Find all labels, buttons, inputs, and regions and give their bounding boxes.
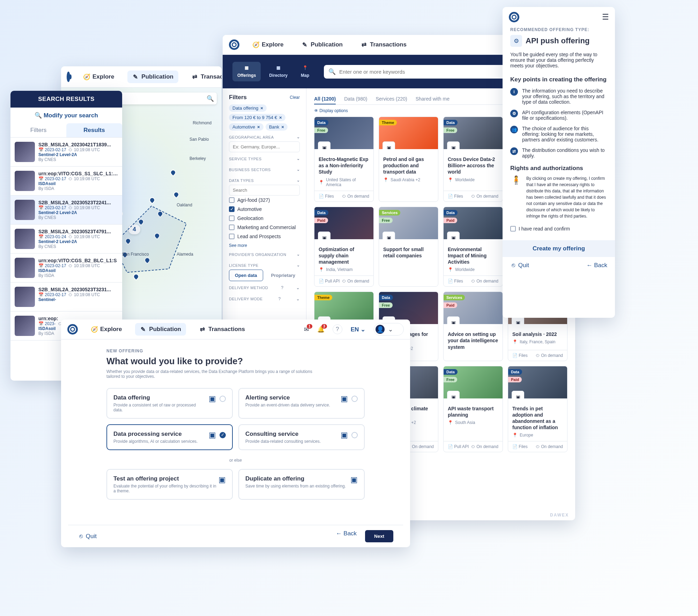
datatype-option[interactable]: Agri-food (327) (229, 196, 300, 205)
location-icon (319, 180, 324, 185)
location-icon (383, 177, 388, 182)
tab-data[interactable]: Data (980) (344, 94, 367, 104)
offering-card[interactable]: Data Paid ▣ Optimization of supply chain… (314, 207, 374, 287)
license-open[interactable]: Open data (229, 270, 263, 281)
offering-card[interactable]: Data Free ▣ API waste transport planning… (443, 366, 503, 453)
chip-remove-icon[interactable]: × (279, 115, 282, 120)
filter-chip[interactable]: Data offering× (229, 104, 267, 112)
offering-extra-card[interactable]: Test an offering projectEvaluate the pot… (106, 469, 233, 500)
offering-card[interactable]: Theme ▣ Petrol and oil gas production an… (379, 117, 438, 202)
sr-tab-results[interactable]: Results (66, 123, 122, 137)
hero-tab-map[interactable]: Map (296, 62, 314, 81)
nav-publication[interactable]: Publication (135, 323, 186, 336)
tab-all[interactable]: All (1200) (314, 94, 336, 104)
offering-type-card[interactable]: Alerting serviceProvide an event-driven … (238, 388, 365, 419)
nav-transactions[interactable]: Transactions (187, 71, 222, 83)
offering-type-card[interactable]: Data processing serviceProvide algorithm… (106, 424, 233, 450)
wizard-next[interactable]: Next (365, 530, 393, 542)
filter-chip[interactable]: Bank× (266, 123, 288, 131)
card-avail: On demand (471, 194, 498, 199)
search-result[interactable]: S2B_MSIL2A_20230523T4791... 📅 2023-01-24… (10, 225, 122, 254)
filter-chip[interactable]: Automotive× (229, 123, 263, 131)
offering-card[interactable]: Data Free ▣ Cross Device Data-2 Billion+… (443, 117, 503, 202)
geo-input[interactable] (229, 141, 300, 152)
provider-icon: ▣ (512, 391, 524, 398)
nav-explore[interactable]: Explore (79, 71, 119, 83)
user-menu[interactable]: 👤 ⌄ (374, 323, 404, 336)
sect-geo[interactable]: GEOGRAPHICAL AREA (229, 135, 274, 139)
city-label: San Pablo (190, 137, 209, 142)
result-thumb (15, 171, 35, 191)
offering-card[interactable]: Services Paid ▣ Advice on setting up you… (443, 292, 503, 361)
license-proprietary[interactable]: Proprietary (267, 270, 300, 281)
nav-publication[interactable]: Publication (297, 38, 348, 51)
bell-icon[interactable] (318, 326, 324, 332)
filter-chip[interactable]: From 120 € to 9 754 €× (229, 114, 285, 121)
datatype-option[interactable]: Lead and Prospects (229, 232, 300, 241)
search-result[interactable]: urn:eop:VITO:CGS_B2_BLC_L1:S 📅 2023-02-1… (10, 254, 122, 283)
offering-card[interactable]: Services Free ▣ Support for small retail… (379, 207, 438, 287)
panel-title: API push offering (526, 36, 589, 45)
mail-icon[interactable] (303, 326, 310, 332)
offering-type-card[interactable]: Data offeringProvide a consistent set of… (106, 388, 233, 419)
confirm-checkbox[interactable]: I have read and confirm (510, 224, 607, 233)
location-icon (512, 433, 518, 438)
hamburger-icon[interactable] (602, 14, 609, 20)
search-icon[interactable] (207, 95, 213, 102)
offering-card[interactable]: Data Paid ▣ Environmental Impact of Mini… (443, 207, 503, 287)
create-offering-button[interactable]: Create my offering (503, 240, 615, 257)
offering-card[interactable]: Data Paid ▣ Trends in pet adoption and a… (508, 366, 567, 453)
sect-del-method[interactable]: DELIVERY METHOD (229, 286, 268, 290)
wizard-quit[interactable]: Quit (78, 533, 97, 540)
datatype-option[interactable]: Geolocation (229, 214, 300, 223)
search-result[interactable]: S2B_MSIL2A_20230523T3231... 📅 2023-02-17… (10, 283, 122, 311)
panel-quit[interactable]: Quit (510, 262, 529, 269)
filters-clear[interactable]: Clear (290, 95, 300, 100)
sect-license[interactable]: LICENSE TYPE (229, 263, 259, 267)
brand-footer: DAWEX (550, 513, 569, 518)
chip-remove-icon[interactable]: × (257, 124, 260, 130)
provider-icon: ▣ (447, 232, 460, 239)
hero-tab-directory[interactable]: ▦Directory (264, 62, 292, 81)
sr-modify[interactable]: 🔍 Modify your search (10, 108, 122, 123)
offering-card[interactable]: Data Free ▣ Electro-Magnetic Exp as a No… (314, 117, 374, 202)
nav-explore[interactable]: Explore (248, 38, 288, 51)
lang-select[interactable]: EN ⌄ (351, 326, 365, 333)
result-thumb (15, 200, 35, 220)
sect-svc[interactable]: SERVICE TYPES (229, 157, 262, 161)
sect-del-mode[interactable]: DELIVERY MODE (229, 297, 263, 301)
help-icon[interactable] (333, 324, 342, 334)
card-avail: On demand (407, 444, 434, 449)
offering-extra-card[interactable]: Duplicate an offeringSave time by using … (238, 469, 365, 500)
sect-data[interactable]: DATA TYPES (229, 178, 254, 183)
search-result[interactable]: S2B_MSIL2A_20230523T2241... 📅 2023-02-17… (10, 196, 122, 225)
nav-transactions[interactable]: Transactions (356, 38, 411, 51)
rights-title: Rights and authorizations (510, 165, 607, 172)
tab-shared[interactable]: Shared with me (416, 94, 450, 104)
search-result[interactable]: urn:eop:VITO:CGS_S1_SLC_L1:S1 📅 2023-02-… (10, 167, 122, 196)
wizard-back[interactable]: Back (336, 530, 357, 542)
location-icon (448, 420, 453, 425)
app-logo (67, 324, 78, 335)
datatype-option[interactable]: Marketing and Commercial (229, 223, 300, 232)
datatype-search[interactable] (229, 185, 300, 196)
hero-tab-offerings[interactable]: ▦Offerings (232, 62, 261, 81)
sect-sectors[interactable]: BUSINESS SECTORS (229, 168, 271, 172)
panel-back[interactable]: Back (586, 262, 607, 269)
chip-remove-icon[interactable]: × (281, 124, 284, 130)
search-result[interactable]: S2B_MSIL2A_20230421T1839... 📅 2023-02-17… (10, 138, 122, 167)
datatype-option[interactable]: Automotive (229, 205, 300, 214)
nav-transactions[interactable]: Transactions (194, 323, 250, 336)
offering-type-card[interactable]: Consulting serviceProvide data-related c… (238, 424, 365, 450)
see-more[interactable]: See more (229, 243, 300, 248)
nav-publication[interactable]: Publication (127, 71, 178, 83)
card-delivery: Files (319, 194, 334, 199)
city-label: Berkeley (190, 156, 206, 161)
result-thumb (15, 142, 35, 162)
provider-icon: ▣ (318, 141, 331, 149)
tab-services[interactable]: Services (220) (376, 94, 407, 104)
nav-explore[interactable]: Explore (86, 323, 127, 336)
sect-org[interactable]: PROVIDER'S ORGANIZATION (229, 252, 286, 257)
sr-tab-filters[interactable]: Filters (10, 123, 66, 137)
chip-remove-icon[interactable]: × (260, 105, 263, 111)
